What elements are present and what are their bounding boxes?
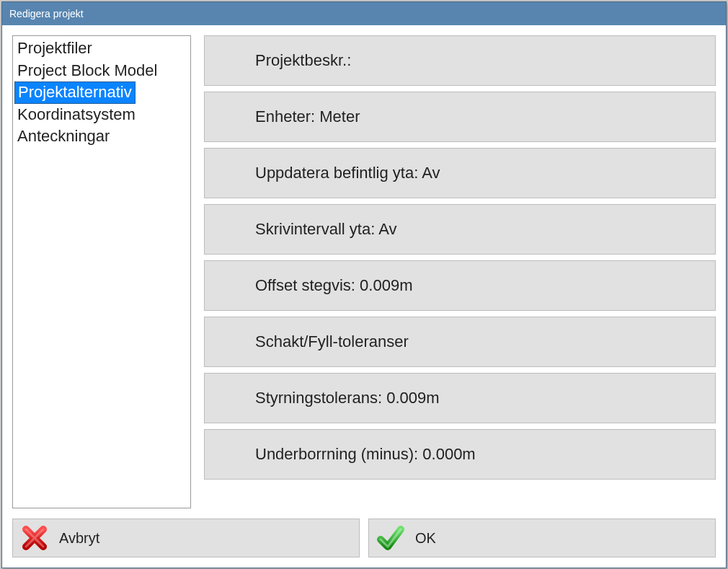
sidebar: Projektfiler Project Block Model Projekt… xyxy=(12,35,191,508)
setting-label: Enheter: Meter xyxy=(255,107,360,126)
sidebar-item-projektalternativ[interactable]: Projektalternativ xyxy=(14,81,136,104)
setting-underborrning[interactable]: Underborrning (minus): 0.000m xyxy=(204,429,716,480)
setting-label: Projektbeskr.: xyxy=(255,51,351,70)
setting-label: Uppdatera befintlig yta: Av xyxy=(255,164,440,182)
cancel-x-icon xyxy=(20,524,49,552)
content-area: Projektfiler Project Block Model Projekt… xyxy=(2,25,726,568)
window-title: Redigera projekt xyxy=(9,8,84,19)
sidebar-item-label: Koordinatsystem xyxy=(17,105,136,123)
setting-offset-stegvis[interactable]: Offset stegvis: 0.009m xyxy=(204,260,716,311)
sidebar-item-anteckningar[interactable]: Anteckningar xyxy=(13,125,190,148)
footer: Avbryt OK xyxy=(12,519,716,557)
ok-button[interactable]: OK xyxy=(368,519,716,557)
sidebar-item-project-block-model[interactable]: Project Block Model xyxy=(13,60,190,82)
setting-styrningstolerans[interactable]: Styrningstolerans: 0.009m xyxy=(204,373,716,423)
sidebar-item-projektfiler[interactable]: Projektfiler xyxy=(13,38,190,60)
ok-check-icon xyxy=(376,524,405,552)
cancel-button[interactable]: Avbryt xyxy=(12,519,360,557)
main-row: Projektfiler Project Block Model Projekt… xyxy=(12,35,716,508)
window: Redigera projekt Projektfiler Project Bl… xyxy=(1,1,727,568)
setting-label: Styrningstolerans: 0.009m xyxy=(255,389,440,407)
setting-schakt-fyll-toleranser[interactable]: Schakt/Fyll-toleranser xyxy=(204,317,716,367)
setting-label: Skrivintervall yta: Av xyxy=(255,220,396,239)
sidebar-item-label: Project Block Model xyxy=(17,61,157,79)
setting-uppdatera-befintlig-yta[interactable]: Uppdatera befintlig yta: Av xyxy=(204,148,716,198)
titlebar: Redigera projekt xyxy=(2,2,726,25)
settings-panel: Projektbeskr.: Enheter: Meter Uppdatera … xyxy=(204,35,716,508)
sidebar-item-label: Anteckningar xyxy=(17,127,110,145)
cancel-button-label: Avbryt xyxy=(59,530,99,547)
setting-enheter[interactable]: Enheter: Meter xyxy=(204,92,716,142)
setting-label: Underborrning (minus): 0.000m xyxy=(255,445,476,464)
setting-label: Schakt/Fyll-toleranser xyxy=(255,332,409,351)
sidebar-item-label: Projektfiler xyxy=(17,39,92,57)
setting-label: Offset stegvis: 0.009m xyxy=(255,276,412,295)
sidebar-item-label: Projektalternativ xyxy=(18,83,132,101)
ok-button-label: OK xyxy=(415,530,436,547)
setting-projektbeskr[interactable]: Projektbeskr.: xyxy=(204,35,716,86)
setting-skrivintervall-yta[interactable]: Skrivintervall yta: Av xyxy=(204,204,716,255)
sidebar-item-koordinatsystem[interactable]: Koordinatsystem xyxy=(13,104,190,126)
